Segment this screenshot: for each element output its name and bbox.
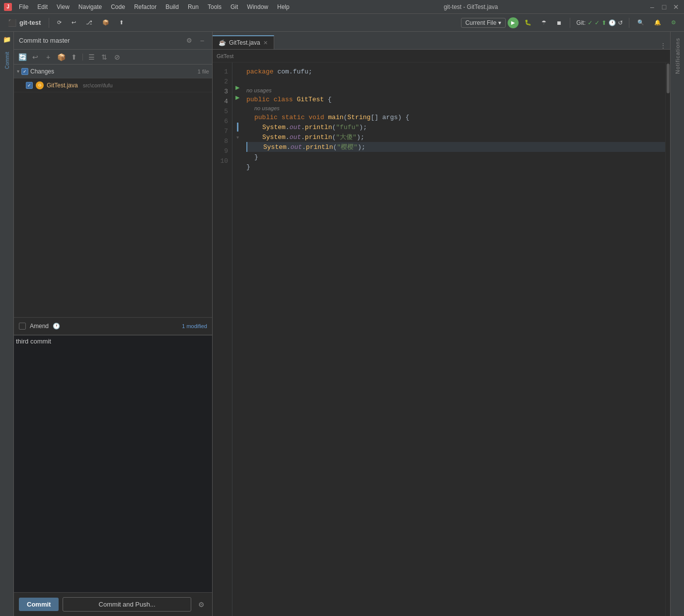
filter-button[interactable]: ⊘ (112, 52, 123, 63)
notifications-button[interactable]: 🔔 (650, 18, 665, 27)
line-num-2: 2 (213, 76, 232, 86)
gutter-5 (232, 102, 242, 112)
rollback-button[interactable]: ↩ (30, 52, 41, 63)
group-button[interactable]: ☰ (86, 52, 97, 63)
menu-refactor[interactable]: Refactor (130, 2, 160, 11)
menu-bar: File Edit View Navigate Code Refactor Bu… (15, 2, 294, 11)
editor-scrollbar[interactable] (665, 63, 670, 616)
vcs-rollback-button[interactable]: ↩ (68, 18, 80, 27)
tab-close-button[interactable]: ✕ (263, 40, 268, 46)
breadcrumb-class: GitTest (217, 53, 233, 59)
close-button[interactable]: ✕ (672, 3, 680, 11)
tab-gittest-java[interactable]: ☕ GitTest.java ✕ (213, 35, 274, 49)
stage-button[interactable]: + (43, 52, 54, 63)
menu-edit[interactable]: Edit (33, 2, 52, 11)
menu-window[interactable]: Window (243, 2, 272, 11)
stop-button[interactable]: ⏹ (552, 18, 566, 27)
code-content[interactable]: package com.fufu; no usages public class… (242, 63, 665, 616)
code-line-6: System.out.println("大傻"); (246, 132, 665, 142)
run-button[interactable]: ▶ (508, 17, 519, 28)
code-line-4: public static void main(String[] args) { (246, 112, 665, 122)
run-main-icon[interactable]: ▶ (235, 94, 239, 101)
commit-and-push-button[interactable]: Commit and Push... (63, 597, 191, 612)
editor-tabs: ☕ GitTest.java ✕ ⋮ (213, 32, 670, 50)
git-revert-icon: ↺ (618, 19, 623, 26)
minimize-button[interactable]: – (648, 3, 656, 11)
code-line-9: } (246, 162, 665, 172)
refresh-changes-button[interactable]: 🔄 (17, 52, 28, 63)
shelve-changes-button[interactable]: 📦 (56, 52, 67, 63)
commit-options-button[interactable]: ⚙ (195, 599, 207, 611)
project-name: ⬛ git-test (4, 17, 45, 29)
sidebar-icon-project[interactable]: 📁 (1, 34, 12, 45)
menu-run[interactable]: Run (184, 2, 203, 11)
menu-git[interactable]: Git (227, 2, 242, 11)
code-editor: 1 2 3 4 5 6 7 8 9 10 ▶ ▶ (213, 63, 670, 616)
toolbar-separator (82, 54, 83, 61)
run-class-icon[interactable]: ▶ (235, 84, 239, 91)
git-check1-icon: ✓ (588, 19, 593, 26)
toolbar-right: Current File ▾ ▶ 🐛 ☂ ⏹ Git: ✓ ✓ ⬆ 🕐 ↺ 🔍 … (461, 17, 680, 28)
file-name: GitTest.java (47, 82, 78, 89)
menu-help[interactable]: Help (273, 2, 294, 11)
expand-button[interactable]: ⬆ (69, 52, 79, 63)
menu-file[interactable]: File (15, 2, 32, 11)
menu-code[interactable]: Code (107, 2, 129, 11)
maximize-button[interactable]: □ (660, 3, 668, 11)
search-button[interactable]: 🔍 (633, 18, 648, 27)
commit-to-branch: Commit to master (19, 37, 181, 44)
commit-settings-button[interactable]: ⚙ (184, 36, 194, 46)
git-status: Git: ✓ ✓ ⬆ 🕐 ↺ (574, 19, 625, 26)
title-bar: J File Edit View Navigate Code Refactor … (0, 0, 684, 14)
commit-minimize-button[interactable]: – (197, 36, 207, 46)
dropdown-arrow-icon: ▾ (498, 19, 501, 26)
git-time-icon: 🕐 (608, 19, 616, 26)
sort-button[interactable]: ⇅ (99, 52, 110, 63)
line-num-8: 8 (213, 136, 232, 146)
changes-header[interactable]: ▾ ✓ Changes 1 file (14, 65, 212, 78)
menu-view[interactable]: View (53, 2, 74, 11)
file-path: src\com\fufu (83, 82, 113, 88)
amend-history-icon[interactable]: 🕐 (53, 323, 60, 330)
line-num-1: 1 (213, 67, 232, 76)
code-line-1: package com.fufu; (246, 67, 665, 76)
editor-area: ☕ GitTest.java ✕ ⋮ GitTest 1 2 3 4 5 6 7 (213, 32, 670, 616)
ide-features-button[interactable]: ⚙ (667, 18, 680, 27)
vcs-push-button[interactable]: ⬆ (115, 18, 128, 27)
modified-count[interactable]: 1 modified (182, 323, 207, 329)
commit-panel: Commit to master ⚙ – 🔄 ↩ + 📦 ⬆ ☰ ⇅ ⊘ ▾ ✓… (14, 32, 213, 616)
changes-checkbox[interactable]: ✓ (21, 68, 28, 75)
commit-button[interactable]: Commit (19, 598, 59, 611)
amend-label: Amend (30, 323, 49, 330)
coverage-button[interactable]: ☂ (537, 18, 550, 27)
notifications-panel[interactable]: Notifications (673, 34, 683, 78)
scrollbar-thumb[interactable] (667, 64, 670, 93)
changes-expand-icon: ▾ (17, 68, 19, 74)
current-file-dropdown[interactable]: Current File ▾ (461, 18, 506, 28)
gutter-7 (232, 122, 242, 132)
line-num-9: 9 (213, 146, 232, 156)
debug-button[interactable]: 🐛 (521, 18, 535, 27)
fold-mark-8[interactable]: ▾ (236, 135, 239, 140)
vcs-shelve-button[interactable]: 📦 (98, 18, 113, 27)
menu-navigate[interactable]: Navigate (75, 2, 106, 11)
list-item[interactable]: ✓ G GitTest.java src\com\fufu (14, 78, 212, 92)
git-label: Git: (576, 19, 586, 26)
changes-title: Changes (30, 68, 196, 75)
tab-more-button[interactable]: ⋮ (660, 42, 666, 49)
commit-message-input[interactable]: third commit (16, 338, 210, 590)
sidebar-icon-commit[interactable]: Commit (1, 46, 12, 75)
line-num-7: 7 (213, 126, 232, 136)
vcs-update-button[interactable]: ⟳ (53, 18, 66, 27)
file-checkbox[interactable]: ✓ (26, 82, 33, 89)
vcs-branch-button[interactable]: ⎇ (82, 18, 96, 27)
gutter-10 (232, 152, 242, 162)
tab-file-icon: ☕ (219, 39, 226, 46)
file-type-icon: G (36, 81, 44, 89)
menu-build[interactable]: Build (161, 2, 183, 11)
window-controls: – □ ✕ (648, 3, 680, 11)
toolbar-sep2 (570, 18, 570, 28)
amend-section: Amend 🕐 1 modified (14, 317, 212, 335)
amend-checkbox[interactable] (19, 323, 26, 330)
menu-tools[interactable]: Tools (204, 2, 226, 11)
